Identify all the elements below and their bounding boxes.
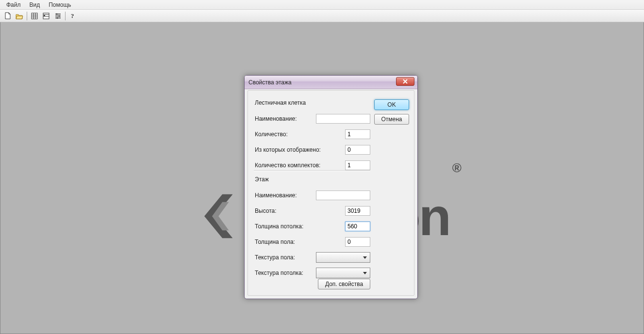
- workspace: on® Свойства этажа OK Отмена Лестничная …: [0, 22, 644, 334]
- new-icon[interactable]: [2, 11, 13, 21]
- shown-input[interactable]: [345, 145, 370, 155]
- help-icon[interactable]: ?: [67, 11, 78, 21]
- form-icon[interactable]: [41, 11, 51, 21]
- grid-icon[interactable]: [29, 11, 40, 21]
- dialog-titlebar[interactable]: Свойства этажа: [245, 76, 417, 89]
- floor-tex-label: Текстура пола:: [255, 254, 295, 261]
- ok-button[interactable]: OK: [374, 99, 409, 110]
- dialog-title: Свойства этажа: [248, 79, 292, 86]
- floor-group-title: Этаж: [255, 176, 370, 183]
- height-input[interactable]: [345, 206, 370, 216]
- shown-label: Из которых отображено:: [255, 146, 321, 153]
- svg-point-4: [58, 15, 60, 16]
- menu-view[interactable]: Вид: [25, 0, 45, 9]
- stair-name-label: Наименование:: [255, 115, 297, 122]
- toolbar: ?: [0, 10, 644, 22]
- count-label: Количество:: [255, 131, 288, 138]
- floor-name-label: Наименование:: [255, 192, 297, 199]
- ceil-tex-combo[interactable]: [316, 268, 370, 278]
- sets-label: Количество комплектов:: [255, 162, 320, 169]
- floor-tex-combo[interactable]: [316, 252, 370, 263]
- close-icon: [402, 79, 408, 84]
- count-input[interactable]: [345, 129, 370, 139]
- ceil-thick-input[interactable]: [345, 222, 370, 231]
- floor-group: Этаж Наименование: Высота: Толщина потол…: [255, 176, 370, 281]
- floor-name-input[interactable]: [316, 191, 370, 200]
- svg-point-5: [56, 17, 58, 18]
- sets-input[interactable]: [345, 160, 370, 170]
- floor-properties-dialog: Свойства этажа OK Отмена Лестничная клет…: [244, 75, 418, 299]
- menu-bar: Файл Вид Помощь: [0, 0, 644, 10]
- menu-help[interactable]: Помощь: [44, 0, 75, 9]
- extra-properties-button[interactable]: Доп. свойства: [318, 279, 370, 289]
- open-icon[interactable]: [14, 11, 25, 21]
- svg-point-3: [56, 13, 57, 15]
- svg-rect-2: [44, 15, 45, 16]
- toolbar-separator: [65, 12, 66, 20]
- close-button[interactable]: [396, 77, 414, 86]
- toolbar-separator: [27, 12, 27, 20]
- height-label: Высота:: [255, 207, 277, 214]
- floor-thick-input[interactable]: [345, 237, 370, 247]
- dialog-body: OK Отмена Лестничная клетка Наименование…: [248, 90, 414, 296]
- stairwell-group-title: Лестничная клетка: [255, 99, 370, 106]
- stair-name-input[interactable]: [316, 114, 370, 124]
- stairwell-group: Лестничная клетка Наименование: Количест…: [255, 99, 370, 173]
- menu-file[interactable]: Файл: [2, 0, 25, 9]
- ceil-tex-label: Текстура потолка:: [255, 270, 303, 276]
- cancel-button[interactable]: Отмена: [374, 114, 409, 125]
- settings-icon[interactable]: [52, 11, 63, 21]
- svg-text:?: ?: [71, 12, 74, 19]
- logo-chevron-icon: [204, 175, 232, 257]
- group-divider: [254, 170, 370, 171]
- ceil-thick-label: Толщина потолка:: [255, 223, 303, 230]
- floor-thick-label: Толщина пола:: [255, 239, 295, 245]
- svg-rect-0: [32, 13, 37, 19]
